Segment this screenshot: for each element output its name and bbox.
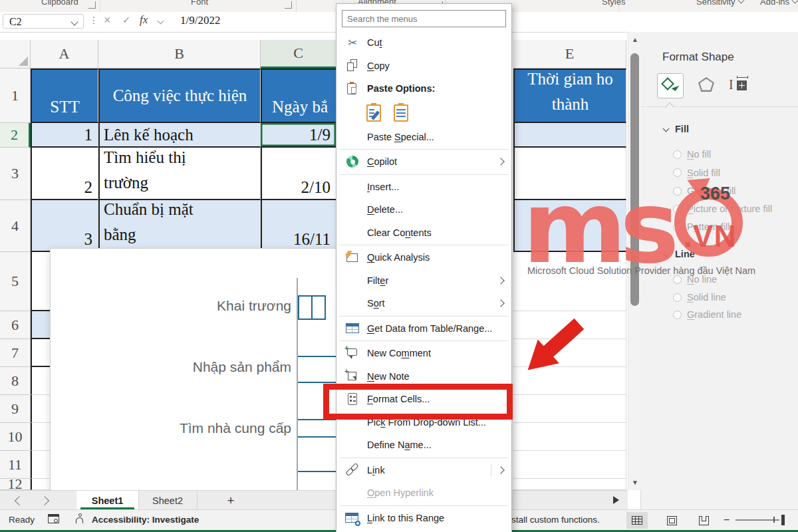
row-header-8[interactable]: 8 xyxy=(0,367,31,395)
row-header-12[interactable]: 12 xyxy=(0,479,31,490)
cell-B1[interactable]: Công việc thực hiện xyxy=(98,68,261,123)
menu-item-get-data-from-table-range[interactable]: Get Data from Table/Range... xyxy=(336,317,511,340)
radio-icon[interactable] xyxy=(673,168,682,177)
fx-chevron-icon[interactable] xyxy=(158,18,164,25)
row-header-11[interactable]: 11 xyxy=(0,451,31,479)
select-all-corner[interactable] xyxy=(0,40,31,68)
section-fill[interactable]: Fill xyxy=(664,124,689,134)
paste-keep-formatting-icon[interactable] xyxy=(366,103,383,123)
radio-picture-or-texture-fill[interactable]: Picture or texture fill xyxy=(673,203,772,214)
cell-A4[interactable]: 3 xyxy=(31,200,98,252)
cell-E9[interactable] xyxy=(513,395,626,423)
column-header-b[interactable]: B xyxy=(98,40,261,68)
cell-A1[interactable]: STT xyxy=(31,68,98,123)
cell-C1[interactable]: Ngày bắ xyxy=(261,68,336,123)
cell-B2[interactable]: Lên kế hoạch xyxy=(98,123,261,148)
menu-item-sort[interactable]: Sort xyxy=(336,292,511,315)
row-header-4[interactable]: 4 xyxy=(0,200,31,252)
radio-solid-line[interactable]: Solid line xyxy=(673,292,726,303)
cell-C2[interactable]: 1/9 xyxy=(261,123,336,148)
menu-item-quick-analysis[interactable]: Quick Analysis xyxy=(336,246,511,269)
scroll-right-icon[interactable] xyxy=(613,496,619,504)
radio-no-fill[interactable]: No fill xyxy=(673,149,711,160)
menu-item-copy[interactable]: Copy xyxy=(336,55,511,78)
vertical-scrollbar[interactable]: ▲ ▼ xyxy=(628,32,641,490)
next-sheet-icon[interactable] xyxy=(40,496,49,505)
radio-icon[interactable] xyxy=(673,187,682,196)
dialog-launcher-icon[interactable] xyxy=(88,1,96,9)
prev-sheet-icon[interactable] xyxy=(15,496,24,505)
name-box[interactable]: C2 xyxy=(3,14,84,29)
cell-E10[interactable] xyxy=(513,423,626,451)
radio-icon[interactable] xyxy=(673,223,682,231)
cell-E1[interactable]: Thời gian hothành xyxy=(513,68,626,123)
zoom-slider-handle[interactable] xyxy=(781,515,785,525)
dialog-launcher-icon[interactable] xyxy=(285,1,292,9)
row-header-1[interactable]: 1 xyxy=(0,68,31,123)
vertical-scrollbar-thumb[interactable] xyxy=(630,53,639,306)
radio-icon[interactable] xyxy=(673,150,682,159)
menu-item-define-name[interactable]: Define Name... xyxy=(336,434,511,457)
radio-pattern-fill[interactable]: Pattern fill xyxy=(673,221,730,232)
cell-B4[interactable]: Chuẩn bị mặt bằng xyxy=(98,200,261,252)
new-sheet-button[interactable]: + xyxy=(221,491,241,510)
row-header-2[interactable]: 2 xyxy=(0,123,31,148)
cell-B3[interactable]: Tìm hiểu thị trường xyxy=(98,148,261,200)
section-line[interactable]: Line xyxy=(664,249,695,259)
radio-gradient-line[interactable]: Gradient line xyxy=(673,309,741,320)
menu-item-copilot[interactable]: Copilot xyxy=(336,150,511,174)
radio-solid-fill[interactable]: Solid fill xyxy=(673,168,720,178)
normal-view-button[interactable] xyxy=(626,512,648,529)
column-header-c[interactable]: C xyxy=(261,40,336,68)
page-break-view-button[interactable] xyxy=(693,512,714,529)
zoom-out-icon[interactable]: − xyxy=(724,514,730,526)
size-properties-tab-icon[interactable]: I xyxy=(729,76,749,93)
row-header-3[interactable]: 3 xyxy=(0,148,31,200)
row-header-9[interactable]: 9 xyxy=(0,395,31,423)
radio-no-line[interactable]: No line xyxy=(673,274,717,285)
radio-icon[interactable] xyxy=(673,275,682,284)
scroll-down-icon[interactable]: ▼ xyxy=(628,479,642,486)
accessibility-status[interactable]: Accessibility: Investigate xyxy=(92,515,199,525)
cell-A3[interactable]: 2 xyxy=(31,148,98,200)
radio-icon[interactable] xyxy=(673,205,682,213)
accessibility-icon[interactable] xyxy=(74,513,85,525)
row-header-6[interactable]: 6 xyxy=(0,311,31,339)
menu-item-paste-options[interactable]: Paste Options: xyxy=(336,77,511,100)
menu-item-delete[interactable]: Delete... xyxy=(336,198,511,221)
cell-E5[interactable] xyxy=(513,252,626,311)
radio-gradient-fill[interactable]: Gradient fill xyxy=(673,186,735,196)
paste-values-icon[interactable] xyxy=(393,103,410,123)
menu-item-cut[interactable]: ✂Cut xyxy=(336,31,511,55)
sheet-tab-sheet2[interactable]: Sheet2 xyxy=(138,491,198,510)
column-header-a[interactable]: A xyxy=(31,40,98,68)
insert-function-icon[interactable]: fx xyxy=(140,13,148,27)
row-header-10[interactable]: 10 xyxy=(0,423,31,451)
column-header-e[interactable]: E xyxy=(513,40,626,68)
cell-C4[interactable]: 16/11 xyxy=(261,200,336,252)
cell-E12[interactable] xyxy=(513,479,626,490)
cell-E3[interactable] xyxy=(513,148,626,200)
menu-item-link-to-this-range[interactable]: Link to this Range xyxy=(336,507,511,530)
cell-E2[interactable] xyxy=(513,123,626,148)
sheet-tab-sheet1[interactable]: Sheet1 xyxy=(76,491,139,510)
name-box-chevron-icon[interactable] xyxy=(70,18,78,25)
row-header-5[interactable]: 5 xyxy=(0,252,31,311)
chart-overlay[interactable]: Khai trươngNhập sản phẩmTìm nhà cung cấp xyxy=(50,248,338,491)
menu-item-insert[interactable]: Insert... xyxy=(336,176,511,199)
cancel-entry-icon[interactable]: × xyxy=(104,13,111,27)
radio-icon[interactable] xyxy=(673,293,682,302)
menu-search-input[interactable] xyxy=(342,10,506,27)
radio-icon[interactable] xyxy=(673,311,682,319)
menu-item-filter[interactable]: Filter xyxy=(336,269,511,293)
effects-tab-icon[interactable] xyxy=(698,77,714,92)
row-header-7[interactable]: 7 xyxy=(0,339,31,367)
menu-item-paste-special[interactable]: Paste Special... xyxy=(336,126,511,149)
cell-E4[interactable] xyxy=(513,200,626,252)
cell-A2[interactable]: 1 xyxy=(31,123,98,148)
cell-C3[interactable]: 2/10 xyxy=(261,148,336,200)
menu-item-clear-contents[interactable]: Clear Contents xyxy=(336,221,511,245)
macro-record-icon[interactable] xyxy=(48,514,59,523)
confirm-entry-icon[interactable]: ✓ xyxy=(122,14,131,26)
formula-bar-value[interactable]: 1/9/2022 xyxy=(180,14,220,27)
